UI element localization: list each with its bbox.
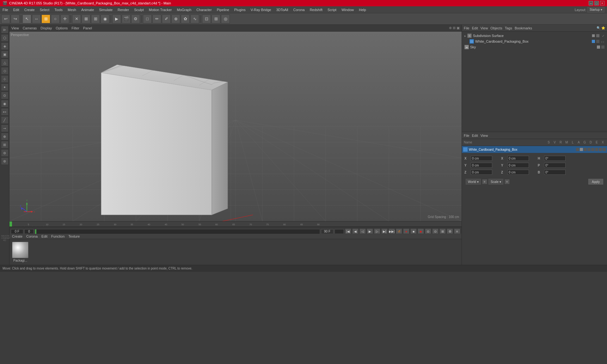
box-lock[interactable] xyxy=(596,40,599,43)
light-btn[interactable]: ◎ xyxy=(221,15,230,23)
y-pos-input[interactable] xyxy=(471,163,492,168)
scale-tool[interactable]: ⊞ xyxy=(41,15,50,23)
maximize-button[interactable]: □ xyxy=(594,1,599,5)
viewport-menu-view[interactable]: View xyxy=(11,26,19,30)
subdiv-lock[interactable] xyxy=(596,34,599,37)
scene-menu-edit[interactable]: Edit xyxy=(472,26,478,30)
field-tool[interactable]: ∿ xyxy=(190,15,199,23)
menu-help[interactable]: Help xyxy=(356,7,369,12)
attr-icon-1[interactable] xyxy=(576,148,579,151)
attr-icon-7[interactable] xyxy=(599,148,602,151)
timeline-ruler[interactable]: ▼ 5 10 15 20 25 30 35 40 45 50 55 60 65 … xyxy=(9,221,462,227)
cube-tool[interactable]: □ xyxy=(143,15,152,23)
sky-lock[interactable] xyxy=(601,46,604,49)
select-tool[interactable]: ↖ xyxy=(22,15,31,23)
move-tool[interactable]: ↔ xyxy=(32,15,41,23)
attr-icon-8[interactable] xyxy=(603,148,606,151)
mat-menu-create[interactable]: Create xyxy=(12,234,22,238)
tool-grid[interactable]: ⊞ xyxy=(1,141,9,149)
mat-menu-edit[interactable]: Edit xyxy=(41,234,47,238)
render-settings[interactable]: ⚙ xyxy=(131,15,140,23)
close-button[interactable]: × xyxy=(600,1,604,5)
tool-extra[interactable]: ⊛ xyxy=(1,157,9,165)
scene-menu-bookmarks[interactable]: Bookmarks xyxy=(515,26,532,30)
minimize-button[interactable]: – xyxy=(589,1,593,5)
edges-mode[interactable]: ⊠ xyxy=(82,15,90,23)
points-mode[interactable]: ✕ xyxy=(72,15,81,23)
tool-sculpt[interactable]: ⊙ xyxy=(1,92,9,99)
attr-icon-3[interactable] xyxy=(584,148,587,151)
attr-icon-6[interactable] xyxy=(595,148,598,151)
menu-mograph[interactable]: MoGraph xyxy=(174,7,194,12)
menu-redshift[interactable]: Redshift xyxy=(307,7,325,12)
menu-create[interactable]: Create xyxy=(22,7,37,12)
p-rot-input[interactable] xyxy=(544,163,566,168)
camera-btn[interactable]: ⊞ xyxy=(212,15,220,23)
tool-brush[interactable]: ⊜ xyxy=(1,149,9,157)
viewport-canvas[interactable]: Perspective Y X Z Grid Spacing : 100 cm xyxy=(9,32,462,221)
mat-menu-corona[interactable]: Corona xyxy=(26,234,38,238)
attr-menu-file[interactable]: File xyxy=(464,134,469,137)
b-rot-input[interactable] xyxy=(544,170,566,175)
y-scale-input[interactable] xyxy=(507,163,529,168)
attr-icon-2[interactable] xyxy=(580,148,583,151)
scene-item-sky[interactable]: ☁ Sky xyxy=(463,44,606,50)
menu-plugins[interactable]: Plugins xyxy=(232,7,248,12)
menu-window[interactable]: Window xyxy=(339,7,356,12)
menu-simulate[interactable]: Simulate xyxy=(96,7,115,12)
menu-script[interactable]: Script xyxy=(325,7,339,12)
tool-polygon[interactable]: ▣ xyxy=(1,51,9,58)
tool-snap[interactable]: ⊷ xyxy=(1,108,9,116)
attr-menu-view[interactable]: View xyxy=(481,134,488,137)
menu-sculpt[interactable]: Sculpt xyxy=(132,7,146,12)
attr-menu-edit[interactable]: Edit xyxy=(472,134,478,137)
selected-object-row[interactable]: White_Cardboard_Packaging_Box xyxy=(462,146,607,153)
h-rot-input[interactable] xyxy=(544,156,566,161)
tool-texture[interactable]: ⊕ xyxy=(1,133,9,140)
menu-tools[interactable]: Tools xyxy=(52,7,65,12)
z-scale-input[interactable] xyxy=(507,170,529,175)
tool-object[interactable]: ⬡ xyxy=(1,34,9,42)
viewport-menu-options[interactable]: Options xyxy=(56,26,68,30)
viewport-menu-cameras[interactable]: Cameras xyxy=(23,26,37,30)
polygons-mode[interactable]: ⊞ xyxy=(91,15,100,23)
sky-vis[interactable] xyxy=(597,46,600,49)
menu-3dtoall[interactable]: 3DToAll xyxy=(274,7,291,12)
mat-menu-texture[interactable]: Texture xyxy=(68,234,80,238)
material-item[interactable]: Packagi... xyxy=(12,242,28,262)
rotate-tool[interactable]: ○ xyxy=(51,15,60,23)
paint-tool[interactable]: ✏ xyxy=(152,15,161,23)
tool-scene[interactable]: ⊹ xyxy=(1,75,9,83)
tool-paint[interactable]: ◉ xyxy=(1,100,9,107)
timeline-scrubber[interactable] xyxy=(35,229,320,234)
scene-item-subdiv[interactable]: ▸ S Subdivision Surface ✓ xyxy=(463,33,606,39)
menu-motion-tracker[interactable]: Motion Tracker xyxy=(146,7,175,12)
attr-icon-4[interactable] xyxy=(587,148,591,151)
attr-icon-5[interactable] xyxy=(591,148,594,151)
menu-file[interactable]: File xyxy=(0,7,11,12)
redo-btn[interactable]: ↪ xyxy=(11,15,20,23)
object-mode[interactable]: ◉ xyxy=(101,15,109,23)
tool-vertex[interactable]: ◇ xyxy=(1,67,9,75)
x-pos-input[interactable] xyxy=(471,156,492,161)
viewport-menu-panel[interactable]: Panel xyxy=(83,26,92,30)
menu-render[interactable]: Render xyxy=(115,7,132,12)
menu-mesh[interactable]: Mesh xyxy=(65,7,79,12)
render-view[interactable]: ▶ xyxy=(112,15,121,23)
spline-tool[interactable]: ✐ xyxy=(162,15,171,23)
scene-menu-objects[interactable]: Objects xyxy=(490,26,502,30)
menu-edit[interactable]: Edit xyxy=(11,7,22,12)
display-mode[interactable]: ⊡ xyxy=(202,15,211,23)
mat-menu-function[interactable]: Function xyxy=(51,234,64,238)
world-dropdown[interactable]: World ▾ xyxy=(466,179,481,185)
menu-character[interactable]: Character xyxy=(194,7,214,12)
deform-tool[interactable]: ⊕ xyxy=(171,15,180,23)
box-vis[interactable] xyxy=(592,40,595,43)
tool-select[interactable]: ⊳ xyxy=(1,26,9,33)
undo-btn[interactable]: ↩ xyxy=(1,15,10,23)
viewport-menu-display[interactable]: Display xyxy=(40,26,52,30)
x-scale-input[interactable] xyxy=(507,156,529,161)
render-btn[interactable]: 🎬 xyxy=(122,15,131,23)
menu-pipeline[interactable]: Pipeline xyxy=(214,7,232,12)
apply-button[interactable]: Apply xyxy=(588,179,603,185)
